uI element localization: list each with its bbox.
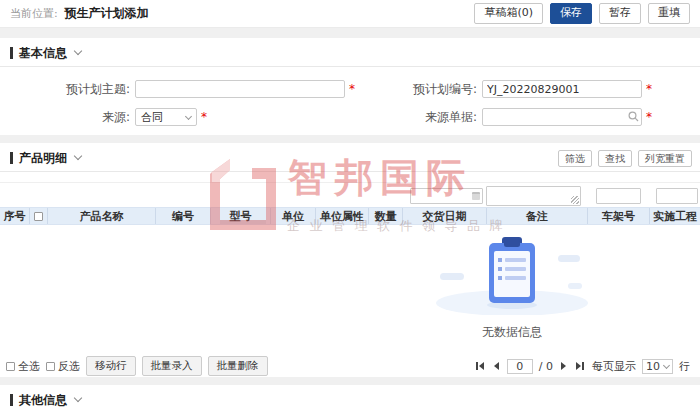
source-label: 来源: (12, 109, 130, 126)
rows-label: 行 (679, 359, 690, 374)
prev-page-icon[interactable] (492, 362, 501, 370)
empty-data-icon (432, 235, 592, 315)
col-checkbox (30, 208, 48, 224)
move-row-button[interactable]: 移动行 (86, 356, 136, 376)
breadcrumb: 当前位置: 预生产计划添加 (10, 5, 149, 22)
empty-data-text: 无数据信息 (432, 324, 592, 341)
subject-field-row: 预计划主题: * (12, 79, 372, 99)
per-page-value: 10 (646, 360, 660, 373)
subject-input[interactable] (135, 80, 345, 98)
select-all-checkbox[interactable] (6, 362, 15, 371)
frame-no-input[interactable] (596, 188, 641, 204)
basic-info-panel: 基本信息 预计划主题: * 预计划编号: * 来源: 合同 * 来源单据: (0, 38, 700, 135)
col-product-name[interactable]: 产品名称 (48, 208, 156, 224)
required-mark: * (646, 82, 652, 96)
pagination: 0 / 0 每页显示 10 行 (474, 359, 690, 374)
product-detail-panel: 产品明细 筛选 查找 列宽重置 序号 产品名称 编号 型号 单位 单位属性 数量… (0, 143, 700, 377)
table-footer: 全选 反选 移动行 批量录入 批量删除 0 / 0 每页显示 10 行 (0, 355, 700, 377)
chevron-down-icon[interactable] (74, 394, 82, 402)
chevron-down-icon (663, 361, 670, 368)
reset-column-width-button[interactable]: 列宽重置 (638, 150, 692, 167)
calendar-icon[interactable] (472, 192, 480, 200)
other-info-header[interactable]: 其他信息 (0, 385, 700, 409)
batch-actions: 全选 反选 移动行 批量录入 批量删除 (6, 356, 268, 376)
product-detail-title: 产品明细 (19, 150, 67, 167)
chevron-down-icon[interactable] (74, 152, 82, 160)
resize-grip-icon[interactable] (571, 196, 579, 204)
draft-box-button[interactable]: 草稿箱(0) (474, 3, 543, 23)
subject-label: 预计划主题: (12, 81, 130, 98)
source-doc-input[interactable] (482, 108, 642, 126)
col-frame-no[interactable]: 车架号 (588, 208, 650, 224)
per-page-select[interactable]: 10 (642, 359, 673, 374)
topbar: 当前位置: 预生产计划添加 草稿箱(0) 保存 暂存 重填 (0, 0, 700, 28)
page-title: 预生产计划添加 (65, 6, 149, 20)
temp-save-button[interactable]: 暂存 (599, 3, 641, 23)
product-table-body: 无数据信息 (0, 225, 700, 353)
product-table-header: 序号 产品名称 编号 型号 单位 单位属性 数量 交货日期 备注 车架号 实施工… (0, 207, 700, 225)
toolbar-buttons: 草稿箱(0) 保存 暂存 重填 (474, 3, 690, 23)
invert-select-toggle[interactable]: 反选 (46, 359, 80, 374)
required-mark: * (201, 110, 207, 124)
source-doc-field-row: 来源单据: * (372, 107, 700, 127)
basic-info-title: 基本信息 (19, 45, 67, 62)
save-button[interactable]: 保存 (550, 3, 592, 23)
other-info-panel: 其他信息 (0, 385, 700, 411)
batch-entry-button[interactable]: 批量录入 (142, 356, 202, 376)
col-code[interactable]: 编号 (156, 208, 211, 224)
basic-info-header[interactable]: 基本信息 (0, 38, 700, 62)
section-bar (10, 394, 13, 406)
col-unit[interactable]: 单位 (271, 208, 316, 224)
source-select[interactable]: 合同 (135, 108, 197, 126)
divider (0, 182, 700, 183)
col-model[interactable]: 型号 (211, 208, 271, 224)
next-page-icon[interactable] (559, 362, 568, 370)
source-field-row: 来源: 合同 * (12, 107, 372, 127)
delivery-date-input[interactable] (410, 188, 483, 204)
select-all-checkbox[interactable] (34, 212, 43, 221)
product-detail-header: 产品明细 筛选 查找 列宽重置 (0, 143, 700, 167)
search-icon[interactable] (628, 111, 639, 122)
plan-no-input[interactable] (482, 80, 642, 98)
page-total-label: / 0 (539, 360, 553, 373)
select-all-label: 全选 (18, 359, 40, 374)
col-implementation[interactable]: 实施工程 (650, 208, 700, 224)
batch-delete-button[interactable]: 批量删除 (208, 356, 268, 376)
section-bar (10, 47, 13, 59)
chevron-down-icon[interactable] (74, 47, 82, 55)
section-bar (10, 152, 13, 164)
implementation-input[interactable] (656, 188, 698, 204)
col-quantity[interactable]: 数量 (369, 208, 403, 224)
table-tools: 筛选 查找 列宽重置 (558, 150, 692, 167)
last-page-icon[interactable] (574, 362, 586, 370)
breadcrumb-label: 当前位置: (10, 7, 58, 20)
col-seq: 序号 (0, 208, 30, 224)
other-info-title: 其他信息 (19, 392, 67, 409)
source-select-value: 合同 (141, 110, 163, 125)
plan-no-field-row: 预计划编号: * (372, 79, 700, 99)
select-all-toggle[interactable]: 全选 (6, 359, 40, 374)
chevron-down-icon (185, 112, 192, 119)
required-mark: * (349, 82, 355, 96)
col-unit-attr[interactable]: 单位属性 (316, 208, 369, 224)
reset-button[interactable]: 重填 (648, 3, 690, 23)
remark-textarea[interactable] (486, 186, 581, 206)
filter-button[interactable]: 筛选 (558, 150, 592, 167)
source-doc-label: 来源单据: (372, 109, 477, 126)
plan-no-label: 预计划编号: (372, 81, 477, 98)
per-page-label: 每页显示 (592, 359, 636, 374)
quick-entry-row (0, 172, 700, 207)
find-button[interactable]: 查找 (598, 150, 632, 167)
invert-select-label: 反选 (58, 359, 80, 374)
page-number-input[interactable]: 0 (507, 359, 533, 374)
col-delivery-date[interactable]: 交货日期 (403, 208, 487, 224)
empty-state: 无数据信息 (432, 235, 592, 341)
required-mark: * (646, 110, 652, 124)
basic-info-form: 预计划主题: * 预计划编号: * 来源: 合同 * 来源单据: (0, 67, 700, 127)
col-remark[interactable]: 备注 (487, 208, 588, 224)
first-page-icon[interactable] (474, 362, 486, 370)
invert-select-checkbox[interactable] (46, 362, 55, 371)
